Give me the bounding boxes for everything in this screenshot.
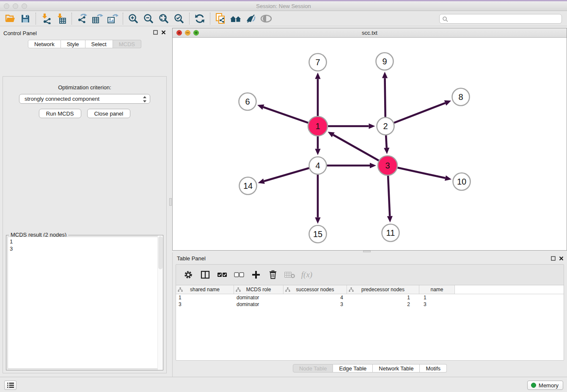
graph-node-10[interactable]: 10 [453,173,471,190]
float-panel-icon[interactable] [153,30,158,35]
network-close-button[interactable] [176,30,182,36]
column-header-successor-nodes[interactable]: successor nodes [284,285,347,294]
column-header-shared-name[interactable]: shared name [176,285,234,294]
tab-mcds[interactable]: MCDS [113,40,141,48]
float-panel-icon[interactable] [551,256,556,261]
edge-2-8[interactable] [394,103,445,123]
edge-arrowhead [382,72,388,78]
edge-3-10[interactable] [397,168,445,178]
table-toolbar: f(x) [176,265,564,285]
delete-columns-icon[interactable] [267,269,278,280]
svg-text:2: 2 [383,121,388,131]
table-cell[interactable]: 1 [176,294,234,301]
graph-node-6[interactable]: 6 [239,93,256,110]
graph-node-14[interactable]: 14 [239,177,257,195]
table-cell[interactable]: 4 [284,294,347,301]
import-table-icon[interactable] [54,12,69,25]
column-header-MCDS-role[interactable]: MCDS role [234,285,284,294]
edge-3-1[interactable] [333,135,379,161]
search-input[interactable] [448,15,561,22]
export-network-icon[interactable] [74,12,90,25]
graph-node-1[interactable]: 1 [308,116,328,136]
graph-node-15[interactable]: 15 [309,226,327,243]
tab-style[interactable]: Style [61,40,85,48]
close-panel-icon[interactable] [161,30,166,35]
table-panel: Table Panel [172,252,567,377]
open-file-icon[interactable] [3,12,18,25]
table-cell[interactable]: dominator [234,301,284,308]
show-graphics-details-icon[interactable] [243,12,259,25]
table-cell[interactable]: 1 [347,294,419,301]
column-header-predecessor-nodes[interactable]: predecessor nodes [347,285,419,294]
import-network-icon[interactable] [39,12,54,25]
zoom-window-button[interactable] [22,3,27,9]
close-panel-icon[interactable] [559,256,564,261]
export-table-icon[interactable] [90,12,105,25]
edge-1-6[interactable] [263,107,308,123]
tab-select[interactable]: Select [85,40,113,48]
create-column-icon[interactable] [250,269,261,280]
memory-status-icon [531,383,536,388]
table-cell[interactable]: 1 [419,294,455,301]
table-cell[interactable]: dominator [234,294,284,301]
save-session-icon[interactable] [18,12,33,25]
close-panel-button[interactable]: Close panel [87,109,131,118]
optimization-criterion-select[interactable]: strongly connected component [19,94,150,104]
edge-2-3[interactable] [386,135,387,148]
search-field[interactable] [439,14,562,24]
deselect-all-rows-icon[interactable] [234,269,245,280]
vertical-splitter[interactable] [169,26,172,377]
select-all-rows-icon[interactable] [217,269,228,280]
mcds-result-textarea[interactable]: 1 3 [8,237,162,369]
network-minimize-button[interactable] [185,30,190,36]
graph-node-3[interactable]: 3 [378,156,397,175]
graph-node-4[interactable]: 4 [309,157,327,174]
network-graph[interactable]: 7968124314101511 [173,38,567,250]
zoom-fit-icon[interactable] [156,12,171,25]
result-scrollbar-thumb[interactable] [158,236,162,269]
splitter-grip[interactable] [169,198,172,206]
export-image-icon[interactable] [105,12,120,25]
delete-table-icon[interactable] [284,269,295,280]
edge-3-11[interactable] [388,176,390,216]
column-header-name[interactable]: name [419,285,455,294]
redraw-network-icon[interactable] [192,12,207,25]
graph-node-2[interactable]: 2 [377,118,394,135]
toggle-panel-layout-icon[interactable] [200,269,211,280]
zoom-out-icon[interactable] [141,12,156,25]
first-neighbors-icon[interactable] [228,12,243,25]
table-row[interactable]: 3dominator323 [176,301,564,308]
graph-node-11[interactable]: 11 [382,224,399,242]
tab-edge-table[interactable]: Edge Table [333,364,373,373]
fx-label: f(x) [301,270,312,279]
network-window-titlebar[interactable]: scc.txt [173,28,567,38]
table-cell[interactable]: 3 [176,301,234,308]
edge-4-14[interactable] [264,168,309,181]
result-scrollbar[interactable] [157,235,163,370]
network-canvas[interactable]: 7968124314101511 [173,38,567,250]
tab-network-table[interactable]: Network Table [373,364,420,373]
tab-network[interactable]: Network [28,40,61,48]
table-cell[interactable]: 3 [284,301,347,308]
graph-node-9[interactable]: 9 [376,53,394,70]
zoom-selected-icon[interactable] [171,12,187,25]
table-cell[interactable]: 2 [347,301,419,308]
tab-motifs[interactable]: Motifs [420,364,447,373]
close-window-button[interactable] [4,3,9,9]
function-builder-icon[interactable]: f(x) [301,269,312,280]
run-mcds-button[interactable]: Run MCDS [39,109,81,118]
memory-button[interactable]: Memory [527,381,563,390]
graph-node-8[interactable]: 8 [452,88,470,106]
clone-network-icon[interactable] [213,12,228,25]
table-cell[interactable]: 3 [419,301,455,308]
table-row[interactable]: 1dominator411 [176,294,564,301]
graph-node-7[interactable]: 7 [309,54,327,71]
edge-2-9[interactable] [385,78,385,117]
tab-node-table[interactable]: Node Table [293,364,333,373]
bird-eye-view-icon[interactable] [259,12,274,25]
minimize-window-button[interactable] [13,3,18,9]
network-maximize-button[interactable] [193,30,199,36]
zoom-in-icon[interactable] [126,12,141,25]
table-settings-icon[interactable] [183,269,194,280]
task-history-button[interactable] [4,381,17,390]
